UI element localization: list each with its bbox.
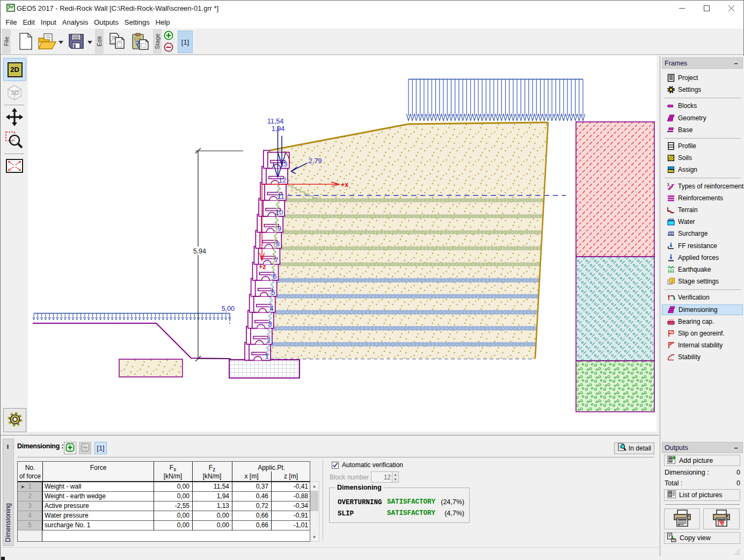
open-file-button[interactable] [37, 31, 57, 53]
menu-help[interactable]: Help [152, 16, 173, 28]
add-stage-button[interactable] [163, 31, 174, 41]
dropdown-arrow-icon [59, 38, 63, 46]
spinner-down-button[interactable]: ▼ [392, 477, 398, 482]
panel-separator [17, 457, 654, 457]
foundation-pad [229, 360, 300, 378]
frames-item-assign[interactable]: Assign [662, 164, 743, 175]
frames-item-bearing-cap[interactable]: Bearing cap. [662, 316, 743, 327]
block-number-spinner[interactable]: 12 ▲ ▼ [371, 471, 399, 483]
list-of-pictures-button[interactable]: List of pictures [664, 489, 740, 501]
save-file-dropdown[interactable] [86, 31, 93, 53]
col-no-2: of force [18, 472, 42, 480]
view-3d-button[interactable]: 3D [4, 82, 25, 103]
frames-item-internal-stability[interactable]: Internal stability [662, 340, 743, 351]
frames-item-project[interactable]: Project [662, 72, 743, 83]
frames-item-base[interactable]: Base [662, 125, 743, 135]
frames-item-blocks[interactable]: Blocks [662, 100, 743, 111]
table-row-5[interactable]: 5 surcharge No. 1 0,00 0,00 0,66 -1,01 [18, 521, 310, 530]
zoom-tool-button[interactable] [5, 130, 24, 151]
drawing-canvas[interactable]: 5,00123456789101112135,94+x+z11,541,942,… [28, 56, 657, 432]
analysis-1-button[interactable]: [1] [94, 442, 107, 454]
scroll-up-button[interactable]: ▲ [310, 482, 318, 490]
frames-item-profile[interactable]: Profile [662, 141, 743, 151]
scroll-thumb[interactable] [310, 491, 318, 511]
resize-grip[interactable] [732, 547, 741, 556]
close-button[interactable] [719, 1, 743, 16]
outputs-minimize-button[interactable]: – [733, 445, 739, 451]
frames-item-surcharge[interactable]: Surcharge [662, 228, 743, 239]
print-button[interactable] [664, 508, 700, 529]
menu-input[interactable]: Input [38, 16, 59, 28]
add-analysis-button[interactable] [64, 442, 76, 454]
remove-analysis-button[interactable] [79, 442, 91, 454]
print-view-button[interactable] [703, 508, 740, 529]
frames-item-slip-on-georeinf[interactable]: Slip on georeinf. [662, 328, 743, 339]
in-detail-button[interactable]: In detail [614, 442, 654, 454]
frames-minimize-button[interactable]: – [733, 60, 739, 67]
frames-item-earthquake[interactable]: Earthquake [662, 264, 743, 275]
copy-view-button[interactable]: Copy view [664, 532, 740, 544]
frames-item-dimensioning[interactable]: Dimensioning [662, 304, 743, 315]
add-picture-button[interactable]: Add picture [664, 455, 740, 466]
maximize-button[interactable] [694, 1, 719, 16]
frames-item-verification[interactable]: Verification [662, 292, 743, 303]
assign-icon [667, 165, 675, 174]
automatic-verification-checkbox[interactable] [332, 462, 339, 469]
frames-item-stage-settings[interactable]: 2 Stage settings [662, 276, 743, 287]
soil-patch [119, 359, 183, 377]
axis-x-label: +x [341, 181, 348, 188]
outputs-total-value: 0 [736, 479, 740, 487]
menu-outputs[interactable]: Outputs [91, 16, 122, 28]
window-title: GEO5 2017 - Redi-Rock Wall [C:\Redi-Rock… [17, 4, 218, 12]
frames-item-stability[interactable]: Stability [662, 352, 743, 362]
panel-title: Dimensioning : [17, 442, 63, 450]
table-scrollbar[interactable]: ▲ ▼ [310, 481, 319, 542]
dimensioning-tab[interactable]: I Dimensioning [3, 439, 14, 546]
open-file-dropdown[interactable] [57, 31, 64, 53]
frames-item-terrain[interactable]: Terrain [662, 205, 743, 215]
frames-item-soils[interactable]: Soils [662, 152, 743, 163]
table-row-4[interactable]: 4 Water pressure 0,00 0,00 0,66 -0,91 [18, 511, 310, 521]
stage-1-button[interactable]: [1] [178, 31, 193, 53]
copy-button[interactable] [107, 31, 128, 53]
save-file-button[interactable] [66, 31, 86, 53]
col-applic: Applic.Pt. [232, 464, 311, 471]
new-file-button[interactable] [16, 31, 36, 53]
table-row-1[interactable]: ➤1 Weight - wall 0,00 11,54 0,37 -0,41 [18, 482, 310, 492]
outputs-count-row: Dimensioning : 0 [665, 469, 740, 476]
view-toolbar: 2D 3D [1, 56, 28, 434]
geo-profile-column [576, 122, 654, 412]
block-number-9: 9 [278, 225, 281, 232]
frames-item-types-of-reinforcements[interactable]: 1 Types of reinforcements [662, 181, 743, 192]
block-number-3: 3 [268, 321, 272, 328]
frames-item-geometry[interactable]: Geometry [662, 113, 743, 123]
pan-tool-button[interactable] [5, 108, 24, 127]
menu-file[interactable]: File [3, 16, 20, 28]
frames-separator [665, 178, 741, 178]
zoom-icon [5, 130, 24, 152]
scroll-down-button[interactable]: ▼ [310, 533, 318, 541]
frames-item-settings[interactable]: Settings [662, 84, 743, 95]
remove-stage-button[interactable] [163, 43, 174, 53]
printer-icon [672, 509, 692, 529]
frames-item-ff-resistance[interactable]: FF resistance [662, 241, 743, 251]
minimize-button[interactable] [669, 1, 694, 16]
verification-icon [667, 293, 675, 302]
table-empty-area [18, 530, 42, 541]
fit-view-button[interactable] [5, 157, 24, 176]
settings-gear-button[interactable] [3, 408, 26, 432]
frames-item-water[interactable]: Water [662, 216, 743, 227]
menu-settings[interactable]: Settings [121, 16, 152, 28]
blocks-icon [667, 101, 675, 110]
slip-on-georeinf-icon [667, 329, 675, 338]
frames-item-reinforcements[interactable]: Reinforcements [662, 193, 743, 203]
menu-edit[interactable]: Edit [20, 16, 38, 28]
table-row-3[interactable]: 3 Active pressure -2,55 1,13 0,72 -0,34 [18, 501, 310, 511]
frames-item-applied-forces[interactable]: Applied forces [662, 252, 743, 263]
paste-button[interactable] [129, 31, 152, 53]
menu-analysis[interactable]: Analysis [59, 16, 91, 28]
table-row-2[interactable]: 2 Weight - earth wedge 0,00 1,94 0,46 -0… [18, 492, 310, 501]
open-file-icon [38, 33, 57, 52]
view-2d-button[interactable]: 2D [3, 58, 26, 81]
add-picture-icon [667, 455, 676, 466]
